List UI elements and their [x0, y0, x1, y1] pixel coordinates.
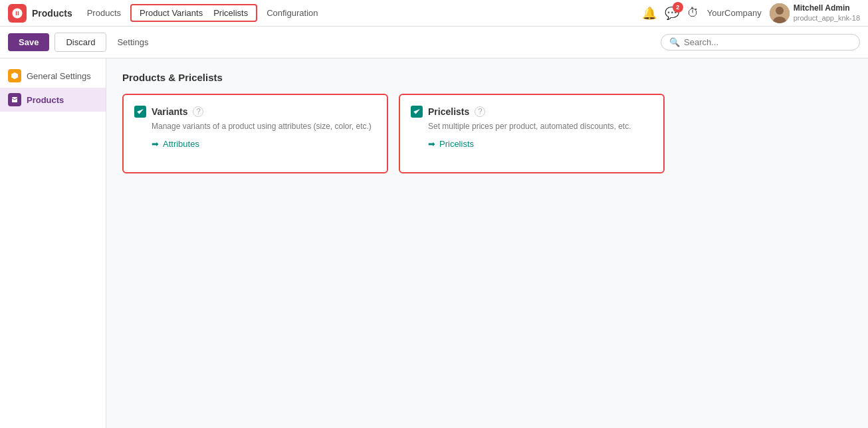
company-name[interactable]: YourCompany	[707, 8, 762, 18]
user-subtitle: product_app_knk-18	[794, 13, 860, 23]
discard-button[interactable]: Discard	[54, 33, 106, 52]
main-content: Products & Pricelists Variants ? Manage …	[106, 58, 868, 428]
top-navigation: Products Products Product Variants Price…	[0, 0, 868, 27]
main-layout: General Settings Products Products & Pri…	[0, 58, 868, 428]
general-settings-icon	[8, 69, 21, 82]
app-title: Products	[32, 8, 72, 19]
arrow-right-icon-2: ➡	[428, 139, 435, 149]
settings-button[interactable]: Settings	[112, 33, 154, 51]
avatar	[770, 3, 790, 23]
action-bar: Save Discard Settings 🔍	[0, 27, 868, 58]
nav-product-variants[interactable]: Product Variants	[136, 7, 207, 19]
nav-pricelists[interactable]: Pricelists	[209, 7, 252, 19]
pricelists-title: Pricelists	[428, 106, 469, 117]
sidebar-item-general-settings[interactable]: General Settings	[0, 64, 106, 88]
activity-icon[interactable]: 🔔	[642, 6, 657, 21]
pricelists-checkbox[interactable]	[411, 106, 423, 118]
variants-description: Manage variants of a product using attri…	[152, 122, 376, 131]
sidebar: General Settings Products	[0, 58, 106, 428]
pricelists-description: Set multiple prices per product, automat…	[428, 122, 653, 131]
sidebar-label-products: Products	[27, 95, 64, 105]
arrow-right-icon: ➡	[152, 139, 159, 149]
clock-icon[interactable]: ⏱	[687, 6, 699, 20]
app-logo[interactable]	[8, 4, 27, 23]
user-menu[interactable]: Mitchell Admin product_app_knk-18	[770, 3, 860, 23]
nav-group: Product Variants Pricelists	[130, 4, 257, 22]
pricelists-link[interactable]: ➡ Pricelists	[428, 139, 653, 149]
variants-attributes-link[interactable]: ➡ Attributes	[152, 139, 376, 149]
nav-right-area: 🔔 💬 2 ⏱ YourCompany Mitchell Admin produ…	[642, 3, 860, 23]
search-input[interactable]	[684, 37, 851, 47]
nav-configuration[interactable]: Configuration	[260, 5, 324, 21]
variants-card: Variants ? Manage variants of a product …	[122, 94, 388, 173]
section-title: Products & Pricelists	[122, 72, 852, 83]
search-icon: 🔍	[669, 37, 680, 47]
cards-row: Variants ? Manage variants of a product …	[122, 94, 852, 173]
variants-title: Variants	[152, 106, 187, 117]
products-icon	[8, 93, 21, 106]
search-box[interactable]: 🔍	[661, 34, 860, 51]
variants-checkbox[interactable]	[134, 106, 146, 118]
nav-products[interactable]: Products	[80, 5, 128, 21]
pricelists-link-label: Pricelists	[439, 139, 474, 149]
user-info: Mitchell Admin product_app_knk-18	[794, 3, 860, 23]
messages-badge: 2	[673, 2, 683, 13]
variants-help[interactable]: ?	[193, 106, 203, 117]
variants-card-header: Variants ?	[134, 106, 376, 118]
pricelists-help[interactable]: ?	[475, 106, 485, 117]
save-button[interactable]: Save	[8, 33, 49, 51]
pricelists-card-header: Pricelists ?	[411, 106, 653, 118]
svg-point-1	[776, 7, 784, 15]
messages-icon[interactable]: 💬 2	[665, 6, 679, 21]
variants-link-label: Attributes	[163, 139, 199, 149]
user-name: Mitchell Admin	[794, 3, 860, 14]
sidebar-item-products[interactable]: Products	[0, 88, 106, 112]
sidebar-label-general-settings: General Settings	[27, 71, 91, 81]
pricelists-card: Pricelists ? Set multiple prices per pro…	[399, 94, 665, 173]
